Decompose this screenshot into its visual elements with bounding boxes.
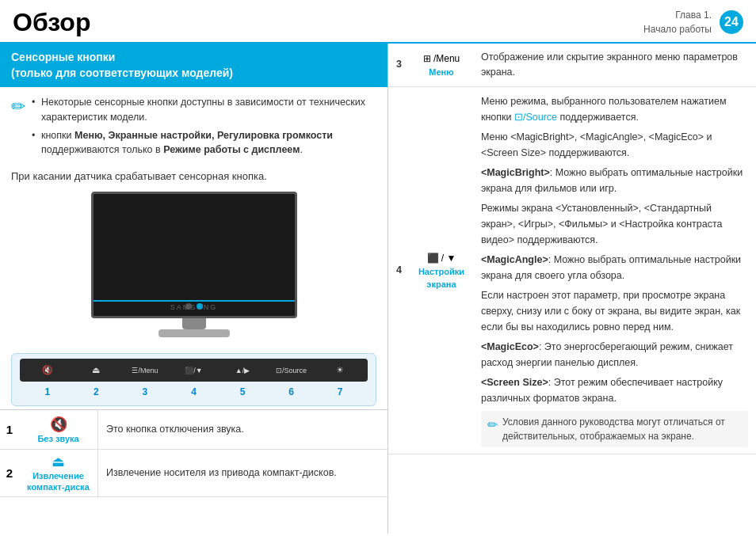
- right-panel: 3 ⊞ /Menu Меню Отображение или скрытие э…: [388, 44, 756, 534]
- chapter-info: Глава 1. Начало работы 24: [643, 8, 743, 36]
- rt-num-3: 3: [388, 44, 410, 86]
- row-num-1: 1: [0, 410, 19, 449]
- row-icon-2: ⏏ Извлечение компакт-диска: [19, 450, 98, 496]
- strip-num-6: 6: [274, 386, 309, 397]
- strip-btn-2: ⏏: [78, 365, 113, 375]
- page-header: Обзор Глава 1. Начало работы 24: [0, 0, 756, 44]
- rt-icon-3: ⊞ /Menu Меню: [410, 44, 473, 86]
- strip-numbers: 1 2 3 4 5 6 7: [20, 386, 368, 397]
- strip-num-2: 2: [78, 386, 113, 397]
- strip-num-7: 7: [323, 386, 357, 397]
- strip-num-1: 1: [30, 386, 65, 397]
- note-pencil-icon: ✏: [487, 415, 498, 443]
- row-desc-2: Извлечение носителя из привода компакт-д…: [98, 450, 345, 496]
- monitor-area: [0, 188, 388, 350]
- strip-btn-6: ⊡/Source: [274, 367, 309, 374]
- monitor-stand-top: [182, 318, 206, 329]
- row-icon-1: 🔇 Без звука: [19, 410, 98, 449]
- eject-icon: ⏏: [52, 453, 65, 470]
- magic-eco-label: <MagicEco>: [481, 341, 539, 352]
- settings-icon: ⬛ / ▼: [418, 251, 465, 265]
- magic-angle-label: <MagicAngle>: [481, 254, 548, 265]
- rt-desc-3: Отображение или скрытие экранного меню п…: [473, 44, 756, 86]
- right-table: 3 ⊞ /Menu Меню Отображение или скрытие э…: [388, 44, 756, 454]
- strip-btn-1: 🔇: [30, 365, 65, 375]
- button-strip-area: 🔇 ⏏ ☰/Menu ⬛/▼ ▲/▶ ⊡/Source ☀: [11, 353, 376, 406]
- row-label-1: Без звука: [37, 433, 78, 444]
- page-title: Обзор: [13, 8, 90, 37]
- pencil-icon: ✏: [11, 97, 25, 161]
- rt-label-3: Меню: [418, 66, 465, 79]
- right-row-4: 4 ⬛ / ▼ Настройки экрана Меню режима, вы…: [388, 86, 756, 454]
- rt-label-4: Настройки экрана: [418, 265, 465, 291]
- rt-num-4: 4: [388, 86, 410, 454]
- note-box: ✏ Некоторые сенсорные кнопки доступны в …: [0, 87, 388, 165]
- strip-btn-4: ⬛/▼: [176, 367, 211, 374]
- monitor-image: [67, 192, 321, 350]
- bottom-table: 1 🔇 Без звука Это кнопка отключения звук…: [0, 409, 388, 497]
- touch-text: При касании датчика срабатывает сенсорна…: [0, 165, 388, 188]
- rt-icon-4: ⬛ / ▼ Настройки экрана: [410, 86, 473, 454]
- mute-icon: 🔇: [50, 416, 67, 433]
- rt-desc-4: Меню режима, выбранного пользователем на…: [473, 86, 756, 454]
- note-text: Некоторые сенсорные кнопки доступны в за…: [32, 95, 376, 161]
- bottom-row-1: 1 🔇 Без звука Это кнопка отключения звук…: [0, 410, 388, 450]
- section-header: Сенсорные кнопки (только для соответству…: [0, 44, 388, 87]
- menu-icon: ⊞ /Menu: [418, 51, 465, 66]
- main-content: Сенсорные кнопки (только для соответству…: [0, 44, 756, 534]
- note-row-text: Условия данного руководства могут отлича…: [502, 415, 742, 443]
- strip-btn-7: ☀: [323, 365, 357, 375]
- note-row-bottom: ✏ Условия данного руководства могут отли…: [481, 411, 748, 447]
- strip-btn-3: ☰/Menu: [128, 367, 162, 374]
- screen-size-label: <Screen Size>: [481, 377, 548, 388]
- strip-buttons: 🔇 ⏏ ☰/Menu ⬛/▼ ▲/▶ ⊡/Source ☀: [20, 359, 368, 382]
- monitor-stand-base: [158, 329, 230, 337]
- right-row-3: 3 ⊞ /Menu Меню Отображение или скрытие э…: [388, 44, 756, 86]
- source-link: ⊡/Source: [514, 112, 557, 123]
- strip-num-5: 5: [225, 386, 260, 397]
- strip-num-3: 3: [128, 386, 162, 397]
- magic-bright-label: <MagicBright>: [481, 167, 550, 178]
- row-label-2: Извлечение компакт-диска: [27, 470, 90, 493]
- chapter-line1: Глава 1.: [675, 10, 712, 21]
- strip-btn-5: ▲/▶: [225, 367, 260, 374]
- strip-num-4: 4: [176, 386, 211, 397]
- chapter-line2: Начало работы: [643, 24, 712, 35]
- left-panel: Сенсорные кнопки (только для соответству…: [0, 44, 388, 534]
- row-num-2: 2: [0, 450, 19, 496]
- bottom-row-2: 2 ⏏ Извлечение компакт-диска Извлечение …: [0, 450, 388, 497]
- monitor-screen: [91, 192, 297, 318]
- page-number: 24: [720, 10, 743, 34]
- row-desc-1: Это кнопка отключения звука.: [98, 410, 252, 449]
